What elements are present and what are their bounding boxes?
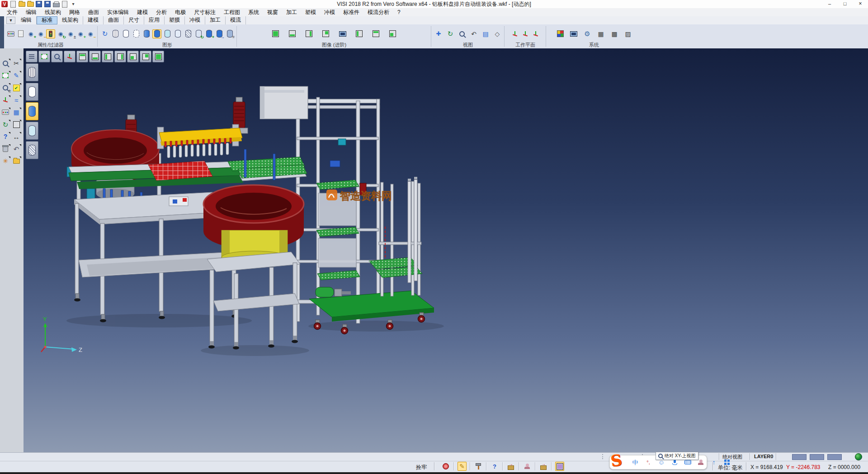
menu-item-13[interactable]: 加工 — [282, 8, 301, 16]
graphics-settings-icon[interactable]: ✳ — [225, 29, 234, 38]
upload-icon[interactable]: ↑ — [709, 458, 718, 467]
paste-graphics-icon[interactable]: → — [215, 29, 224, 38]
workplane-cube-icon[interactable] — [555, 462, 564, 471]
tab-item-4[interactable]: 曲面 — [104, 16, 124, 24]
maximize-button[interactable]: □ — [837, 0, 853, 8]
verify-stamp-icon[interactable] — [441, 462, 450, 471]
globe-icon[interactable] — [855, 453, 862, 460]
previous-view-icon[interactable]: ↶ — [469, 29, 478, 38]
view-back-cube-button[interactable] — [140, 51, 151, 62]
named-views-icon[interactable]: ▤ — [481, 29, 490, 38]
context-help-icon[interactable]: ? — [490, 462, 499, 471]
view-right-cube-button[interactable] — [114, 51, 126, 62]
zoom-extents-icon[interactable] — [458, 29, 467, 38]
rotate-view-icon[interactable]: ↻ — [1, 120, 10, 129]
hidden-line-cylinder-icon[interactable] — [121, 29, 130, 38]
menu-item-1[interactable]: 编辑 — [22, 8, 41, 16]
tab-item-3[interactable]: 建模 — [83, 16, 104, 24]
active-layer-label[interactable]: LAYER0 — [754, 454, 773, 459]
dashed-hidden-cylinder-icon[interactable] — [132, 29, 141, 38]
workplane-view-icon[interactable] — [521, 29, 530, 38]
hide-entities-icon[interactable]: ◉− — [36, 29, 45, 38]
menu-item-2[interactable]: 线架构 — [41, 8, 65, 16]
copy-graphics-icon[interactable]: + — [204, 29, 213, 38]
tab-item-5[interactable]: 尺寸 — [124, 16, 144, 24]
trim-icon[interactable]: ✂ — [12, 59, 21, 68]
open-image-folder-icon[interactable] — [12, 156, 21, 166]
display-settings-icon[interactable] — [569, 29, 578, 38]
shaded-cylinder-icon[interactable] — [142, 29, 151, 38]
cylinder-mesh-display-button[interactable] — [26, 141, 38, 159]
material-view-icon[interactable] — [305, 29, 314, 38]
refresh-visibility-icon[interactable]: ◉↻ — [56, 29, 65, 38]
layer-swatch-0[interactable] — [792, 454, 807, 460]
tab-item-9[interactable]: 加工 — [205, 16, 226, 24]
view-front-cube-button[interactable] — [127, 51, 139, 62]
show-entities-icon[interactable]: ◉+ — [26, 29, 35, 38]
spline-icon[interactable]: ≈ — [12, 95, 21, 104]
sketch-icon[interactable]: ✎ — [12, 71, 21, 80]
menu-item-7[interactable]: 分析 — [152, 8, 171, 16]
zoom-window-icon[interactable] — [1, 59, 10, 68]
env-background-icon[interactable] — [321, 29, 330, 38]
confirm-checkbox-icon[interactable]: ✔ — [12, 83, 21, 92]
layer-swatch-1[interactable] — [810, 454, 824, 460]
cylinder-hidden-display-button[interactable] — [26, 83, 38, 101]
perspective-view-icon[interactable]: ◇ — [493, 29, 502, 38]
fit-view-button[interactable] — [38, 51, 50, 62]
cylinder-shaded-display-button[interactable] — [26, 102, 38, 120]
wireframe-cylinder-icon[interactable] — [111, 29, 120, 38]
build-tools-icon[interactable] — [474, 462, 483, 471]
user-profile-icon[interactable] — [523, 462, 532, 471]
regenerate-icon[interactable]: ↻ — [100, 29, 109, 38]
menu-item-5[interactable]: 实体编辑 — [103, 8, 133, 16]
highlight-tool-icon[interactable]: ✎ — [458, 462, 467, 471]
toolbox-icon[interactable] — [722, 458, 731, 467]
section-view-icon[interactable] — [355, 29, 364, 38]
workplane-xy-icon[interactable] — [510, 29, 519, 38]
solid-cube-icon[interactable] — [12, 120, 21, 129]
rotate-view-icon[interactable]: ↻ — [446, 29, 455, 38]
copy-attributes-icon[interactable] — [16, 29, 25, 38]
tab-item-1[interactable]: 标准 — [37, 16, 57, 24]
view-top-cube-button[interactable] — [76, 51, 88, 62]
selection-filter-icon[interactable] — [46, 29, 55, 38]
modify-attributes-icon[interactable] — [6, 29, 15, 38]
tab-item-0[interactable]: 编辑 — [16, 16, 37, 24]
layer-color-swatches[interactable] — [792, 454, 842, 460]
menu-item-18[interactable]: ? — [393, 8, 405, 16]
navigate-compass-icon[interactable]: ✳ — [1, 156, 10, 166]
render-palette-icon[interactable] — [1, 108, 10, 117]
menu-item-3[interactable]: 网格 — [65, 8, 84, 16]
pan-view-icon[interactable]: ✚ — [434, 29, 443, 38]
layer-swatch-2[interactable] — [827, 454, 842, 460]
send-model-icon[interactable]: → — [506, 462, 515, 471]
panel-handle[interactable] — [0, 16, 4, 48]
cylinder-transparent-display-button[interactable] — [26, 122, 38, 140]
cylinder-wireframe-display-button[interactable] — [26, 63, 38, 81]
help-icon[interactable]: ? — [1, 132, 10, 141]
menu-item-11[interactable]: 系统 — [244, 8, 263, 16]
shear-grid-icon[interactable]: ▨ — [623, 29, 632, 38]
show-all-icon[interactable]: ◉+ — [76, 29, 85, 38]
menu-item-12[interactable]: 视窗 — [263, 8, 282, 16]
zoom-previous-button[interactable] — [51, 51, 63, 62]
menu-item-6[interactable]: 建模 — [133, 8, 152, 16]
measure-icon[interactable]: ↔ — [12, 132, 21, 141]
menu-item-15[interactable]: 冲模 — [320, 8, 339, 16]
view-iso-cube-button[interactable] — [152, 51, 164, 62]
tab-item-7[interactable]: 塑膜 — [165, 16, 185, 24]
snapshot-icon[interactable] — [338, 29, 347, 38]
compare-models-icon[interactable] — [388, 29, 397, 38]
tab-item-2[interactable]: 线架构 — [57, 16, 83, 24]
snap-lock-label[interactable]: 拴牢 — [416, 464, 427, 471]
viewports-icon[interactable]: ▦ — [12, 108, 21, 117]
view-menu-button[interactable] — [26, 51, 38, 62]
package-manager-icon[interactable]: → — [539, 462, 548, 471]
flat-cylinder-icon[interactable] — [173, 29, 182, 38]
menu-item-0[interactable]: 文件 — [3, 8, 22, 16]
shaded-edges-cylinder-icon[interactable] — [152, 29, 161, 38]
tab-item-8[interactable]: 冲模 — [185, 16, 205, 24]
delete-icon[interactable] — [1, 144, 10, 153]
axis-orientation-button[interactable] — [64, 51, 75, 62]
